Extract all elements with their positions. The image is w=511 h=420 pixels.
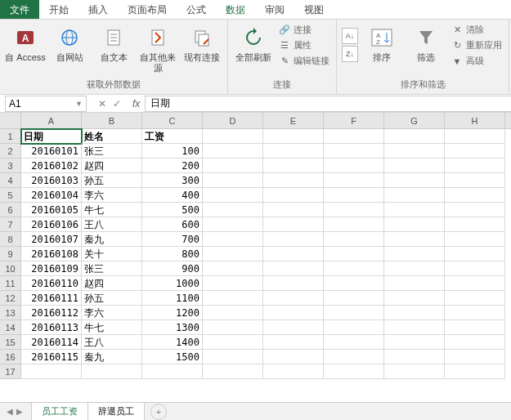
cell[interactable] — [203, 232, 263, 247]
cell[interactable]: 800 — [142, 247, 203, 261]
edit-links-button[interactable]: ✎编辑链接 — [277, 54, 331, 68]
cell[interactable] — [324, 232, 384, 247]
cell[interactable] — [263, 217, 324, 232]
cell[interactable] — [324, 188, 384, 203]
cell[interactable] — [263, 320, 324, 335]
cell[interactable] — [445, 232, 505, 247]
sheet-tab-辞退员工[interactable]: 辞退员工 — [87, 402, 145, 421]
cell[interactable] — [203, 247, 263, 261]
existing-conn-button[interactable]: 现有连接 — [182, 23, 222, 63]
cell[interactable] — [324, 291, 384, 306]
cell[interactable] — [384, 203, 445, 217]
tab-插入[interactable]: 插入 — [78, 0, 118, 19]
cell[interactable] — [445, 261, 505, 276]
advanced-filter-button[interactable]: ▼高级 — [450, 54, 504, 68]
cell[interactable] — [324, 364, 384, 379]
cell[interactable] — [384, 276, 445, 291]
cell[interactable]: 20160104 — [21, 188, 82, 203]
cell[interactable] — [203, 291, 263, 306]
cell[interactable] — [384, 261, 445, 276]
col-header-F[interactable]: F — [324, 113, 384, 128]
cell[interactable] — [263, 364, 324, 379]
cell[interactable] — [324, 261, 384, 276]
cell[interactable]: 20160113 — [21, 320, 82, 335]
cell[interactable] — [324, 159, 384, 173]
cell[interactable]: 牛七 — [82, 320, 142, 335]
row-header-12[interactable]: 12 — [0, 291, 20, 306]
cell[interactable] — [324, 173, 384, 188]
cell[interactable] — [263, 173, 324, 188]
sheet-nav-next-icon[interactable]: ▶ — [16, 407, 23, 416]
cell[interactable]: 牛七 — [82, 203, 142, 217]
col-header-A[interactable]: A — [21, 113, 82, 128]
tab-审阅[interactable]: 审阅 — [255, 0, 294, 19]
cell[interactable] — [203, 173, 263, 188]
col-header-H[interactable]: H — [445, 113, 505, 128]
tab-file[interactable]: 文件 — [0, 0, 39, 19]
cell[interactable] — [324, 276, 384, 291]
from-text-button[interactable]: 自文本 — [93, 23, 134, 63]
cell[interactable]: 400 — [142, 188, 203, 203]
cell[interactable] — [445, 203, 505, 217]
cell[interactable] — [203, 364, 263, 379]
cell[interactable] — [203, 261, 263, 276]
cell[interactable] — [203, 188, 263, 203]
row-header-4[interactable]: 4 — [0, 173, 20, 188]
cell[interactable]: 20160107 — [21, 232, 82, 247]
cell[interactable]: 工资 — [142, 129, 203, 144]
fx-icon[interactable]: fx — [128, 98, 145, 109]
cell[interactable] — [203, 320, 263, 335]
cell[interactable]: 20160110 — [21, 276, 82, 291]
cell[interactable]: 张三 — [82, 144, 142, 159]
cell[interactable] — [445, 247, 505, 261]
tab-开始[interactable]: 开始 — [39, 0, 78, 19]
cell[interactable] — [203, 276, 263, 291]
cell[interactable]: 1000 — [142, 276, 203, 291]
cell[interactable] — [445, 276, 505, 291]
properties-button[interactable]: ☰属性 — [277, 38, 331, 52]
cell[interactable] — [445, 335, 505, 350]
cell[interactable] — [324, 129, 384, 144]
cell[interactable]: 20160115 — [21, 350, 82, 364]
cell[interactable]: 600 — [142, 217, 203, 232]
cell[interactable] — [263, 335, 324, 350]
cell[interactable] — [203, 335, 263, 350]
cell[interactable]: 1400 — [142, 335, 203, 350]
cell[interactable] — [263, 261, 324, 276]
cell[interactable] — [445, 364, 505, 379]
cell[interactable] — [21, 364, 82, 379]
refresh-all-button[interactable]: 全部刷新 — [233, 23, 274, 63]
cell[interactable]: 秦九 — [82, 232, 142, 247]
cell[interactable] — [384, 320, 445, 335]
row-header-11[interactable]: 11 — [0, 276, 20, 291]
sheet-tab-员工工资[interactable]: 员工工资 — [31, 402, 88, 421]
cell[interactable] — [142, 364, 203, 379]
cell[interactable] — [263, 188, 324, 203]
cell[interactable] — [384, 144, 445, 159]
cell[interactable] — [384, 350, 445, 364]
clear-filter-button[interactable]: ✕清除 — [450, 23, 504, 37]
cell[interactable]: 1100 — [142, 291, 203, 306]
cell[interactable] — [263, 350, 324, 364]
col-header-E[interactable]: E — [263, 113, 324, 128]
cell[interactable]: 李六 — [82, 306, 142, 320]
cell[interactable]: 1200 — [142, 306, 203, 320]
cell[interactable] — [384, 291, 445, 306]
cell[interactable]: 900 — [142, 261, 203, 276]
row-header-2[interactable]: 2 — [0, 144, 20, 159]
cell[interactable]: 1500 — [142, 350, 203, 364]
cell[interactable]: 李六 — [82, 188, 142, 203]
cell[interactable]: 秦九 — [82, 350, 142, 364]
from-other-button[interactable]: 自其他来源 — [137, 23, 178, 74]
cell[interactable] — [203, 306, 263, 320]
cell[interactable] — [263, 291, 324, 306]
select-all-corner[interactable] — [0, 113, 21, 129]
cell[interactable] — [445, 306, 505, 320]
cell[interactable] — [263, 144, 324, 159]
cell[interactable]: 20160114 — [21, 335, 82, 350]
col-header-C[interactable]: C — [142, 113, 203, 128]
cell[interactable]: 赵四 — [82, 276, 142, 291]
tab-公式[interactable]: 公式 — [177, 0, 216, 19]
cell[interactable] — [445, 159, 505, 173]
row-header-17[interactable]: 17 — [0, 364, 20, 379]
